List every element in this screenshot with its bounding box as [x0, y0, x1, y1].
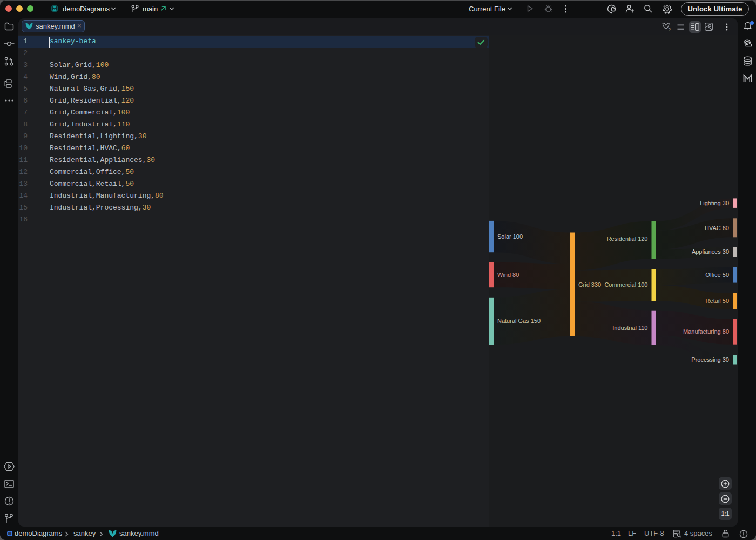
svg-text:Solar 100: Solar 100 — [497, 233, 523, 240]
svg-text:Wind 80: Wind 80 — [497, 272, 519, 278]
svg-text:Retail 50: Retail 50 — [706, 298, 729, 304]
svg-text:Commercial 100: Commercial 100 — [604, 281, 647, 288]
svg-text:Processing 30: Processing 30 — [691, 356, 729, 363]
svg-text:Natural Gas 150: Natural Gas 150 — [497, 318, 541, 324]
svg-text:Appliances 30: Appliances 30 — [692, 248, 729, 255]
svg-text:Lighting 30: Lighting 30 — [700, 200, 729, 206]
svg-text:Office 50: Office 50 — [705, 272, 729, 278]
svg-text:Residential 120: Residential 120 — [607, 235, 648, 242]
svg-text:Manufacturing 80: Manufacturing 80 — [683, 328, 729, 335]
svg-text:Grid 330: Grid 330 — [578, 281, 601, 288]
svg-text:?: ? — [668, 27, 671, 32]
svg-text:HVAC 60: HVAC 60 — [705, 225, 729, 231]
svg-text:Industrial 110: Industrial 110 — [612, 325, 647, 331]
